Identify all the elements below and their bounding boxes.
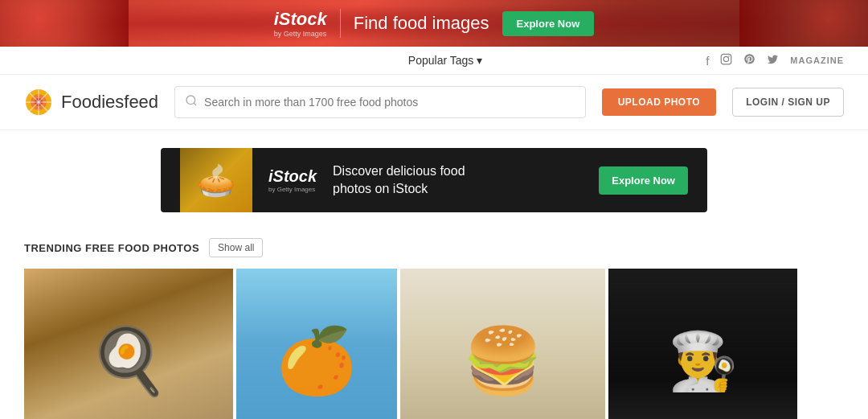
svg-point-1 xyxy=(724,56,729,61)
hero-cta-button[interactable]: Explore Now xyxy=(502,11,595,36)
hero-divider xyxy=(340,9,341,38)
search-icon xyxy=(185,94,198,110)
photo-card-image xyxy=(400,269,605,419)
pinterest-icon[interactable] xyxy=(743,53,755,68)
upload-photo-button[interactable]: UPLOAD PHOTO xyxy=(602,88,716,116)
photo-card[interactable] xyxy=(608,269,797,419)
search-bar[interactable] xyxy=(174,86,586,118)
ad-logo-sub: by Getty Images xyxy=(268,186,317,193)
svg-line-11 xyxy=(194,103,196,105)
site-name[interactable]: Foodiesfeed xyxy=(61,92,158,113)
svg-point-2 xyxy=(729,55,731,57)
hero-food-bg-right xyxy=(739,0,868,47)
chevron-down-icon: ▾ xyxy=(477,54,482,67)
ad-banner-image xyxy=(180,148,252,212)
photo-card[interactable] xyxy=(236,269,397,419)
twitter-icon[interactable] xyxy=(767,53,779,68)
hero-tagline: Find food images xyxy=(354,13,489,34)
trending-header: TRENDING FREE FOOD PHOTOS Show all xyxy=(24,238,844,257)
hero-banner: iStock by Getty Images Find food images … xyxy=(0,0,868,47)
ad-banner[interactable]: iStock by Getty Images Discover deliciou… xyxy=(161,148,707,212)
photo-card[interactable] xyxy=(400,269,605,419)
instagram-icon[interactable] xyxy=(720,53,732,68)
ad-logo-main: iStock xyxy=(268,167,317,186)
main-header: Foodiesfeed UPLOAD PHOTO LOGIN / SIGN UP xyxy=(0,75,868,130)
top-nav: Popular Tags ▾ f MAGAZINE xyxy=(0,47,868,75)
photo-card-image xyxy=(24,269,233,419)
show-all-button[interactable]: Show all xyxy=(209,238,263,257)
ad-cta-button[interactable]: Explore Now xyxy=(599,166,688,195)
ad-text: Discover delicious foodphotos on iStock xyxy=(333,162,583,199)
site-logo-icon[interactable] xyxy=(24,88,53,117)
hero-logo-area: iStock by Getty Images xyxy=(274,9,327,38)
trending-title: TRENDING FREE FOOD PHOTOS xyxy=(24,242,199,254)
login-signup-button[interactable]: LOGIN / SIGN UP xyxy=(732,88,844,117)
popular-tags-menu[interactable]: Popular Tags ▾ xyxy=(408,54,482,67)
top-nav-right: f MAGAZINE xyxy=(706,53,844,68)
photo-card-image xyxy=(236,269,397,419)
facebook-icon[interactable]: f xyxy=(706,54,709,68)
search-input[interactable] xyxy=(204,96,575,109)
hero-food-bg-left xyxy=(0,0,129,47)
svg-rect-0 xyxy=(722,54,732,64)
magazine-link[interactable]: MAGAZINE xyxy=(790,55,844,65)
hero-logo-text: iStock xyxy=(274,9,327,29)
logo-area: Foodiesfeed xyxy=(24,88,158,117)
trending-section: TRENDING FREE FOOD PHOTOS Show all xyxy=(0,225,868,419)
photo-grid xyxy=(24,269,844,419)
photo-card[interactable] xyxy=(24,269,233,419)
popular-tags-label: Popular Tags xyxy=(408,54,473,67)
ad-logo-block: iStock by Getty Images xyxy=(268,167,317,193)
photo-card-image xyxy=(608,269,797,419)
hero-logo-sub: by Getty Images xyxy=(274,30,327,38)
svg-point-10 xyxy=(186,96,195,105)
